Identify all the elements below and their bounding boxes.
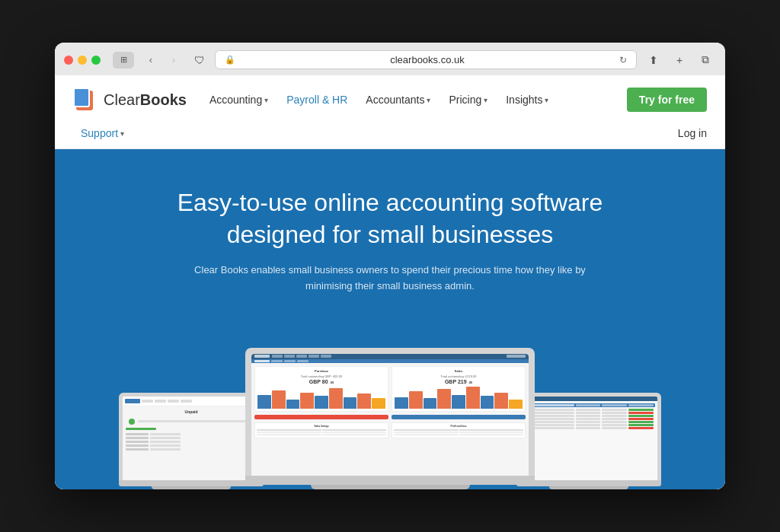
forward-button[interactable]: › — [163, 52, 184, 68]
right-laptop-screen — [520, 397, 657, 480]
hero-title: Easy-to-use online accounting software d… — [161, 187, 619, 250]
left-laptop-screen: Unpaid — [123, 397, 260, 480]
pricing-chevron-icon: ▾ — [484, 96, 488, 104]
share-button[interactable]: ⬆ — [643, 52, 664, 68]
nav-item-insights[interactable]: Insights ▾ — [498, 78, 556, 121]
maximize-button[interactable] — [91, 56, 101, 65]
address-bar[interactable]: 🔒 clearbooks.co.uk ↻ — [215, 50, 637, 69]
browser-window: ⊞ ‹ › 🛡 🔒 clearbooks.co.uk ↻ ⬆ + ⧉ — [55, 43, 725, 489]
center-laptop-screen: Purchase Total outstanding GBP: 450.00 G… — [251, 354, 529, 476]
accountants-chevron-icon: ▾ — [427, 96, 430, 104]
lock-icon: 🔒 — [225, 55, 235, 65]
insights-chevron-icon: ▾ — [545, 96, 548, 104]
accounting-chevron-icon: ▾ — [264, 96, 268, 104]
tab-switcher-button[interactable]: ⊞ — [113, 52, 134, 68]
logo-icon — [73, 88, 98, 112]
nav-item-pricing[interactable]: Pricing ▾ — [441, 78, 495, 121]
logo[interactable]: ClearBooks — [73, 75, 187, 124]
nav-item-accounting[interactable]: Accounting ▾ — [202, 78, 276, 121]
sales-chart: Sales Total outstanding: £219.00 GBP 219… — [392, 366, 526, 412]
navbar-second-row: Support ▾ Log in — [73, 124, 707, 148]
close-button[interactable] — [64, 56, 73, 65]
nav-buttons: ‹ › — [140, 52, 184, 68]
logo-icon-front — [73, 88, 90, 107]
hero-section: Easy-to-use online accounting software d… — [55, 149, 725, 489]
site-content: ClearBooks Accounting ▾ Payroll & HR Acc… — [55, 75, 725, 489]
new-tab-button[interactable]: + — [669, 52, 690, 68]
login-link[interactable]: Log in — [678, 127, 707, 139]
try-for-free-button[interactable]: Try for free — [627, 88, 707, 112]
navbar: ClearBooks Accounting ▾ Payroll & HR Acc… — [55, 75, 725, 149]
url-text: clearbooks.co.uk — [240, 54, 615, 65]
laptops-container: Unpaid — [73, 322, 707, 489]
traffic-lights — [64, 56, 101, 65]
browser-controls: ⊞ — [113, 52, 134, 68]
hero-subtitle: Clear Books enables small business owner… — [177, 263, 603, 295]
shield-icon: 🛡 — [190, 51, 209, 69]
back-button[interactable]: ‹ — [140, 52, 161, 68]
nav-item-support[interactable]: Support ▾ — [73, 124, 132, 142]
browser-chrome: ⊞ ‹ › 🛡 🔒 clearbooks.co.uk ↻ ⬆ + ⧉ — [55, 43, 725, 75]
minimize-button[interactable] — [78, 56, 87, 65]
refresh-icon[interactable]: ↻ — [619, 55, 627, 65]
nav-item-accountants[interactable]: Accountants ▾ — [358, 78, 438, 121]
purchase-chart: Purchase Total outstanding GBP: 450.00 G… — [254, 366, 388, 412]
nav-items: Accounting ▾ Payroll & HR Accountants ▾ … — [202, 78, 627, 121]
tabs-overview-button[interactable]: ⧉ — [695, 52, 716, 68]
nav-item-payroll[interactable]: Payroll & HR — [279, 78, 355, 121]
browser-actions: ⬆ + ⧉ — [643, 52, 716, 68]
logo-text: ClearBooks — [104, 91, 187, 109]
support-chevron-icon: ▾ — [120, 129, 124, 138]
